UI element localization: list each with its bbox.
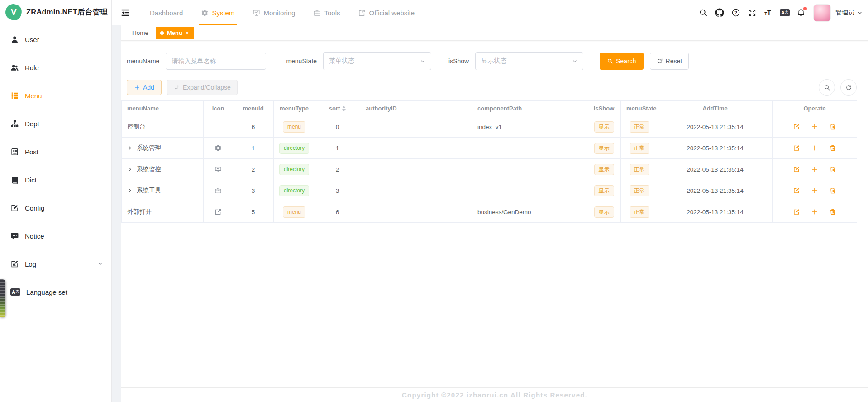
cell-icon <box>204 201 233 223</box>
add-button[interactable]: Add <box>127 80 162 95</box>
expand-row-button[interactable] <box>127 145 133 151</box>
cell-is-show: 显示 <box>587 159 621 180</box>
delete-button[interactable] <box>829 123 836 130</box>
table-row: 系统工具 3 directory 3 显示 正常 2022-05-13 21:3… <box>122 180 857 201</box>
expand-row-button[interactable] <box>127 188 133 193</box>
github-button[interactable] <box>713 5 726 21</box>
sidebar-item-notice[interactable]: Notice <box>0 222 111 250</box>
cell-menu-type: menu <box>274 116 315 138</box>
add-child-button[interactable] <box>811 144 818 152</box>
expand-row-button[interactable] <box>127 167 133 172</box>
add-child-button[interactable] <box>811 123 818 130</box>
trash-icon <box>829 166 836 173</box>
refresh-table-button[interactable] <box>840 79 857 96</box>
edit-button[interactable] <box>793 123 800 130</box>
cell-icon <box>204 180 233 201</box>
table-toolbar: Add Expand/Collapse <box>127 79 857 96</box>
cell-menuid: 1 <box>233 138 274 159</box>
app-logo[interactable]: V ZRAdmin.NET后台管理 <box>0 0 111 24</box>
log-icon <box>10 260 19 268</box>
col-sort[interactable]: sort <box>315 100 360 116</box>
nav-system[interactable]: System <box>192 0 243 25</box>
table-row: 控制台 6 menu 0 index_v1 显示 正常 2022-05-13 2… <box>122 116 857 138</box>
cell-menu-type: directory <box>274 138 315 159</box>
notifications-button[interactable] <box>794 5 808 21</box>
user-menu[interactable]: 管理员 <box>834 9 863 17</box>
sidebar-collapse-button[interactable] <box>117 5 134 21</box>
nav-official-website[interactable]: Official website <box>349 0 424 25</box>
add-child-button[interactable] <box>811 208 818 215</box>
sort-asc-caret[interactable] <box>342 106 346 108</box>
sidebar-item-dept[interactable]: Dept <box>0 110 111 138</box>
search-button[interactable]: Search <box>600 53 643 70</box>
cell-component-path <box>472 159 587 180</box>
sidebar-item-label: Log <box>25 260 36 268</box>
delete-button[interactable] <box>829 187 836 194</box>
nav-tools[interactable]: Tools <box>304 0 349 25</box>
translate-icon: A文 <box>10 288 20 296</box>
language-button[interactable]: A文 <box>778 5 792 21</box>
avatar[interactable] <box>813 4 831 22</box>
search-icon <box>699 8 708 17</box>
sidebar-item-menu[interactable]: Menu <box>0 81 111 110</box>
sidebar-item-dict[interactable]: Dict <box>0 166 111 194</box>
table-header-row: menuName icon menuid menuType sort autho… <box>122 100 857 116</box>
sidebar-item-log[interactable]: Log <box>0 250 111 278</box>
cell-sort: 1 <box>315 138 360 159</box>
edit-button[interactable] <box>793 144 800 152</box>
sort-desc-caret[interactable] <box>342 109 346 111</box>
nav-label: Official website <box>369 9 415 17</box>
nav-dashboard[interactable]: Dashboard <box>141 0 192 25</box>
sidebar-item-label: Notice <box>25 232 44 240</box>
sidebar-item-role[interactable]: Role <box>0 53 111 81</box>
plus-icon <box>811 166 818 173</box>
tab-home[interactable]: Home <box>127 29 154 36</box>
layout-gutter <box>112 25 121 402</box>
edit-button[interactable] <box>793 208 800 215</box>
delete-button[interactable] <box>829 166 836 173</box>
add-child-button[interactable] <box>811 166 818 173</box>
close-icon[interactable]: × <box>186 29 189 36</box>
fullscreen-button[interactable] <box>745 5 759 21</box>
notification-badge <box>803 7 807 10</box>
search-icon <box>607 58 613 64</box>
sidebar-item-post[interactable]: Post <box>0 138 111 166</box>
add-child-button[interactable] <box>811 187 818 194</box>
cell-sort: 6 <box>315 201 360 223</box>
toggle-search-button[interactable] <box>819 79 835 96</box>
edit-icon <box>793 166 800 173</box>
menu-name-input[interactable] <box>166 53 266 70</box>
nav-monitoring[interactable]: Monitoring <box>243 0 304 25</box>
monitor-icon <box>253 9 260 17</box>
delete-button[interactable] <box>829 208 836 215</box>
help-button[interactable]: ? <box>729 5 743 21</box>
cell-menu-type: directory <box>274 180 315 201</box>
post-icon <box>10 148 19 156</box>
table-row: 外部打开 5 menu 6 business/GenDemo 显示 正常 202… <box>122 201 857 223</box>
is-show-tag: 显示 <box>594 121 614 133</box>
reset-button[interactable]: Reset <box>650 53 689 70</box>
cell-menuid: 6 <box>233 116 274 138</box>
tab-menu[interactable]: Menu × <box>156 27 194 39</box>
cell-menu-state: 正常 <box>621 116 658 138</box>
toolbox-icon <box>215 187 222 194</box>
delete-button[interactable] <box>829 144 836 152</box>
font-size-button[interactable]: TT <box>762 5 775 21</box>
cell-component-path: index_v1 <box>472 116 587 138</box>
plus-icon <box>811 123 818 130</box>
menu-state-select[interactable]: 菜单状态 <box>323 52 431 70</box>
edit-button[interactable] <box>793 187 800 194</box>
edit-button[interactable] <box>793 166 800 173</box>
external-link-icon <box>215 208 222 215</box>
expand-collapse-button[interactable]: Expand/Collapse <box>167 80 238 95</box>
sidebar-item-user[interactable]: User <box>0 25 111 53</box>
monitor-icon <box>215 166 222 173</box>
sidebar-item-language-set[interactable]: A文 Language set <box>0 278 111 306</box>
is-show-select[interactable]: 显示状态 <box>475 52 583 70</box>
menu-state-tag: 正常 <box>630 121 649 133</box>
sidebar-item-config[interactable]: Config <box>0 194 111 222</box>
search-button[interactable] <box>696 5 710 21</box>
toolbox-icon <box>313 9 321 17</box>
cell-menu-name: 系统管理 <box>122 138 204 159</box>
browser-extension-handle[interactable] <box>0 279 5 317</box>
